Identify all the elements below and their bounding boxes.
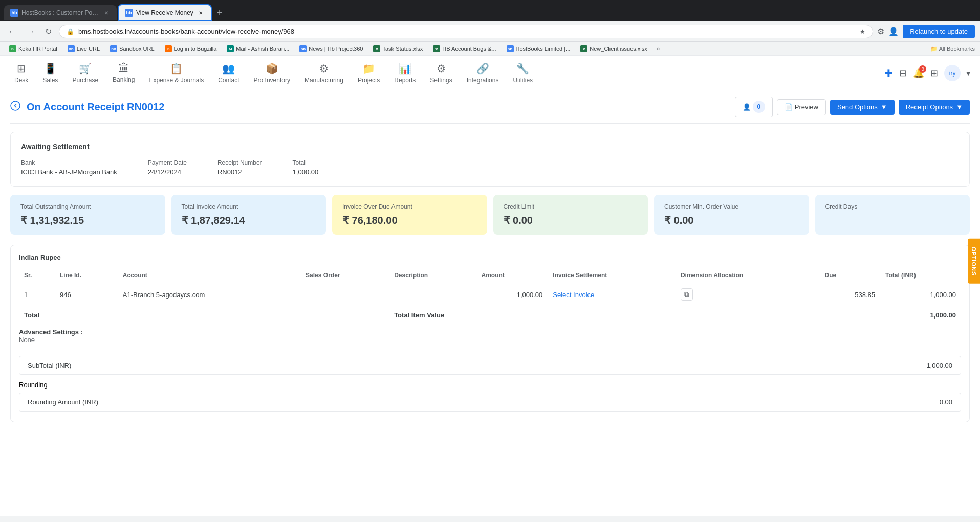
payment-date-value: 24/12/2024 <box>148 168 187 176</box>
nav-item-desk[interactable]: ⊞ Desk <box>8 58 34 88</box>
nav-label-projects: Projects <box>358 77 380 84</box>
rounding-label: Rounding <box>19 381 48 389</box>
add-button[interactable]: ✚ <box>884 67 893 79</box>
nav-item-banking[interactable]: 🏛 Banking <box>106 58 141 87</box>
nav-label-pro-inventory: Pro Inventory <box>254 77 290 84</box>
user-initials: iry <box>949 70 956 77</box>
nav-item-settings[interactable]: ⚙ Settings <box>424 58 458 88</box>
send-options-button[interactable]: Send Options ▼ <box>830 100 895 115</box>
bookmark-hostbooks[interactable]: hb HostBooks Limited |... <box>503 43 575 54</box>
purchase-icon: 🛒 <box>79 62 92 75</box>
nav-label-settings: Settings <box>430 77 452 84</box>
receipt-number-label: Receipt Number <box>217 159 262 166</box>
profile-icon[interactable]: 👤 <box>888 27 899 36</box>
tab-favicon-1: hb <box>10 9 18 17</box>
bookmark-keka[interactable]: K Keka HR Portal <box>5 43 61 54</box>
all-bookmarks[interactable]: 📁 All Bookmarks <box>930 46 975 52</box>
bookmark-sandbox[interactable]: hb Sandbox URL <box>106 43 159 54</box>
bookmark-client[interactable]: x New_Client issues.xlsx <box>576 43 651 54</box>
relaunch-button[interactable]: Relaunch to update <box>903 25 975 38</box>
nav-item-expense[interactable]: 📋 Expense & Journals <box>143 58 210 88</box>
new-tab-button[interactable]: + <box>213 6 227 20</box>
browser-tab-1[interactable]: hb HostBooks : Customer Portal ✕ <box>4 5 117 20</box>
contact-icon: 👥 <box>222 62 235 75</box>
row-due: 538.85 <box>820 283 880 306</box>
bookmark-live[interactable]: hb Live URL <box>63 43 104 54</box>
select-invoice-link[interactable]: Select Invoice <box>553 291 594 299</box>
row-line-id: 946 <box>55 283 118 306</box>
bookmark-favicon-hostbooks: hb <box>507 45 514 52</box>
tab-close-2[interactable]: ✕ <box>197 9 205 17</box>
settlement-fields: Bank ICICI Bank - AB-JPMorgan Bank Payme… <box>21 159 959 176</box>
bookmark-favicon-sandbox: hb <box>110 45 117 52</box>
bookmark-task[interactable]: x Task Status.xlsx <box>369 43 427 54</box>
preview-button[interactable]: 📄 Preview <box>777 99 826 115</box>
browser-tab-2[interactable]: hb View Receive Money ✕ <box>118 4 212 21</box>
bookmark-mail[interactable]: M Mail - Ashish Baran... <box>223 43 293 54</box>
bookmark-label-client: New_Client issues.xlsx <box>590 46 647 52</box>
notification-wrapper[interactable]: 🔔 0 <box>913 67 924 79</box>
bookmark-favicon-client: x <box>580 45 587 52</box>
nav-item-reports[interactable]: 📊 Reports <box>388 58 422 88</box>
advanced-settings: Advanced Settings : None <box>19 324 961 348</box>
preview-label: Preview <box>795 103 818 111</box>
person-icon: 👤 <box>743 103 751 111</box>
row-invoice-settlement[interactable]: Select Invoice <box>548 283 676 306</box>
rounding-label-section: Rounding <box>19 377 961 393</box>
bookmark-hb-bugs[interactable]: x HB Account Bugs &... <box>429 43 500 54</box>
nav-item-pro-inventory[interactable]: 📦 Pro Inventory <box>248 58 296 88</box>
grid-view-button[interactable]: ⊞ <box>928 65 940 81</box>
table-row: 1 946 A1-Branch 5-agodaycs.com 1,000.00 … <box>19 283 961 306</box>
back-button[interactable] <box>10 101 20 114</box>
row-account: A1-Branch 5-agodaycs.com <box>118 283 300 306</box>
nav-label-utilities: Utilities <box>513 77 533 84</box>
currency-label: Indian Rupee <box>19 254 961 261</box>
nav-item-manufacturing[interactable]: ⚙ Manufacturing <box>298 58 350 88</box>
nav-item-integrations[interactable]: 🔗 Integrations <box>461 58 505 88</box>
table-header: Sr. Line Id. Account Sales Order Descrip… <box>19 267 961 283</box>
tab-favicon-2: hb <box>125 9 133 17</box>
bookmarks-bar: K Keka HR Portal hb Live URL hb Sandbox … <box>0 42 980 56</box>
address-bar[interactable]: 🔒 bms.hostbooks.in/accounts-books/bank-a… <box>59 25 873 38</box>
user-avatar[interactable]: iry <box>944 65 961 81</box>
nav-item-purchase[interactable]: 🛒 Purchase <box>66 58 104 88</box>
stat-invoice-value: ₹ 1,87,829.14 <box>182 214 316 226</box>
svg-point-0 <box>11 101 20 110</box>
nav-item-contact[interactable]: 👥 Contact <box>212 58 245 88</box>
payment-date-field: Payment Date 24/12/2024 <box>148 159 187 176</box>
app-container: ⊞ Desk 📱 Sales 🛒 Purchase 🏛 Banking 📋 Ex… <box>0 56 980 516</box>
manufacturing-icon: ⚙ <box>319 62 329 75</box>
browser-tabs: hb HostBooks : Customer Portal ✕ hb View… <box>0 0 980 21</box>
nav-item-utilities[interactable]: 🔧 Utilities <box>507 58 539 88</box>
extensions-icon[interactable]: ⚙ <box>877 27 884 36</box>
user-dropdown-icon[interactable]: ▼ <box>965 69 972 77</box>
options-tab[interactable]: OPTIONS <box>968 238 980 284</box>
subtotal-line: SubTotal (INR) 1,000.00 <box>19 356 961 375</box>
bookmark-news[interactable]: hb News | Hb Project360 <box>295 43 367 54</box>
nav-item-sales[interactable]: 📱 Sales <box>36 58 64 88</box>
attendees-button[interactable]: 👤 0 <box>735 97 773 117</box>
back-nav-button[interactable]: ← <box>5 25 19 38</box>
stat-overdue-value: ₹ 76,180.00 <box>342 214 477 226</box>
nav-item-projects[interactable]: 📁 Projects <box>352 58 386 88</box>
tab-close-1[interactable]: ✕ <box>102 9 111 17</box>
more-bookmarks-button[interactable]: » <box>654 43 663 54</box>
receipt-options-button[interactable]: Receipt Options ▼ <box>899 100 970 115</box>
col-total-inr: Total (INR) <box>880 267 961 283</box>
tab-title-1: HostBooks : Customer Portal <box>21 9 99 16</box>
col-account: Account <box>118 267 300 283</box>
nav-label-expense: Expense & Journals <box>149 77 204 84</box>
stat-min-order-label: Customer Min. Order Value <box>664 203 799 210</box>
stat-credit-limit: Credit Limit ₹ 0.00 <box>493 195 648 235</box>
rounding-amount-value: 0.00 <box>940 398 952 406</box>
nav-label-manufacturing: Manufacturing <box>304 77 343 84</box>
bookmark-bugzilla[interactable]: B Log in to Bugzilla <box>161 43 221 54</box>
bookmark-label-live: Live URL <box>77 46 100 52</box>
forward-nav-button[interactable]: → <box>24 25 38 38</box>
dimension-link-icon[interactable]: ⧉ <box>681 288 693 301</box>
settlement-status: Awaiting Settlement <box>21 143 959 151</box>
reload-button[interactable]: ↻ <box>42 25 55 38</box>
header-actions: 👤 0 📄 Preview Send Options ▼ Receipt Opt… <box>735 97 970 117</box>
total-item-value-cell: 1,000.00 <box>880 306 961 325</box>
layout-button[interactable]: ⊟ <box>897 65 909 81</box>
